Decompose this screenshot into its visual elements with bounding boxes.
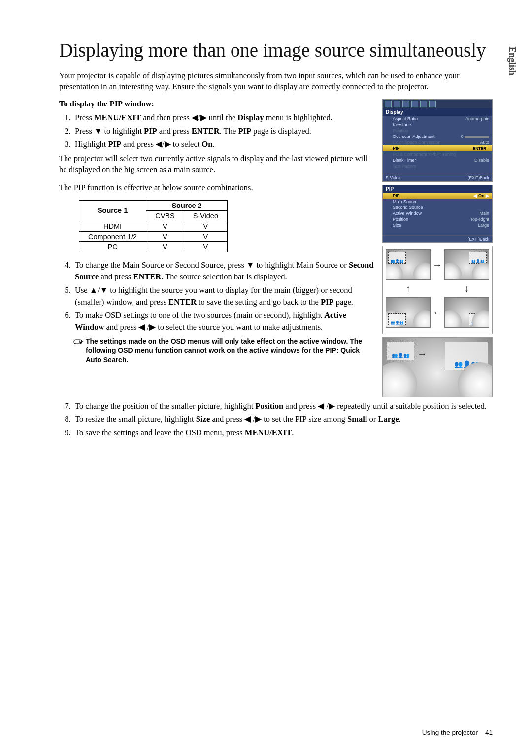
table-row: PC V V: [79, 241, 228, 252]
down-arrow-icon: ↓: [444, 283, 489, 294]
thumbnail: 👥👤👥: [444, 297, 489, 328]
steps-list-b: To change the Main Source or Second Sour…: [59, 259, 375, 333]
pip-large-box: 👥👤👥: [445, 342, 488, 370]
thumbnail: 👥👤👥: [386, 297, 431, 328]
step-5: Use ▲/▼ to highlight the source you want…: [73, 284, 375, 308]
tab-icon: [411, 101, 418, 107]
hand-point-icon: [73, 338, 84, 365]
osd-row: Aspect RatioAnamorphic: [383, 116, 492, 122]
slider-bar-icon: [465, 136, 489, 138]
intro-paragraph: Your projector is capable of displaying …: [59, 70, 493, 93]
table-row: HDMI V V: [79, 221, 228, 231]
osd-row: PositionTop-Right: [383, 216, 492, 222]
step-6: To make OSD settings to one of the two s…: [73, 309, 375, 333]
osd-footer: (EXIT)Back: [383, 235, 492, 242]
enter-badge: ENTER: [470, 146, 489, 151]
para-combinations: The PIP function is effective at below s…: [59, 182, 375, 193]
source-combination-table: Source 1 Source 2 CVBS S-Video HDMI V V …: [79, 200, 228, 252]
osd-row: SizeLarge: [383, 222, 492, 228]
osd-tab-icons: [383, 100, 492, 108]
note-text: The settings made on the OSD menus will …: [86, 337, 375, 365]
osd-row: Position: [383, 128, 492, 134]
pip-size-diagram: 👥👤👥 → 👥👤👥: [382, 337, 493, 397]
up-arrow-icon: ↑: [386, 283, 431, 294]
tab-icon: [420, 101, 427, 107]
steps-list-a: Press MENU/EXIT and then press ◀/▶ until…: [59, 112, 375, 150]
left-arrow-icon: ◀: [473, 193, 477, 198]
step-8: To resize the small picture, highlight S…: [73, 413, 493, 425]
right-arrow-icon: →: [432, 259, 442, 271]
step-3: Highlight PIP and press ◀/▶ to select On…: [73, 138, 375, 150]
osd-row: Blank TimerDisable: [383, 157, 492, 163]
tab-icon: [385, 101, 392, 107]
osd-row-highlighted: PIPENTER: [383, 145, 492, 151]
osd-row: Second Source: [383, 205, 492, 210]
pip-small-box: 👥👤👥: [387, 342, 414, 360]
people-icon: 👥👤👥: [471, 259, 485, 263]
osd-title: PIP: [383, 185, 492, 193]
osd-pip-menu: PIP PIP ◀ On ▶ Main Source Second Source…: [382, 185, 493, 243]
th-source2: Source 2: [146, 200, 228, 210]
step-2: Press ▼ to highlight PIP and press ENTER…: [73, 125, 375, 137]
osd-row: Color Space ConversionAuto: [383, 139, 492, 145]
osd-row: Keystone: [383, 122, 492, 128]
step-7: To change the position of the smaller pi…: [73, 400, 493, 412]
language-tab: English: [507, 47, 517, 75]
right-arrow-icon: ▶: [486, 193, 489, 198]
osd-footer: S-Video (EXIT)Back: [383, 174, 492, 181]
osd-row: Active WindowMain: [383, 210, 492, 216]
people-icon: 👥👤👥: [392, 353, 409, 358]
pip-position-diagram: 👥👤👥 → 👥👤👥 ↑ ↓ 👥👤👥 ← 👥👤👥: [382, 246, 493, 334]
page-number: 41: [485, 729, 493, 736]
left-arrow-icon: ←: [432, 307, 442, 318]
note-block: The settings made on the OSD menus will …: [73, 337, 375, 365]
th-source1: Source 1: [79, 200, 146, 221]
table-row: Component 1/2 V V: [79, 231, 228, 241]
footer-section-label: Using the projector: [422, 729, 478, 736]
steps-list-c: To change the position of the smaller pi…: [59, 400, 493, 439]
step-1: Press MENU/EXIT and then press ◀/▶ until…: [73, 112, 375, 124]
osd-display-menu: Display Aspect RatioAnamorphic Keystone …: [382, 99, 493, 182]
background-image: 👥👤👥 → 👥👤👥: [383, 338, 492, 397]
subhead: To display the PIP window:: [59, 99, 375, 109]
th-svideo: S-Video: [184, 210, 227, 221]
th-cvbs: CVBS: [146, 210, 184, 221]
osd-row: PC & Component YPbPr Tuning: [383, 151, 492, 157]
page-title: Displaying more than one image source si…: [59, 39, 493, 62]
thumbnail: 👥👤👥: [386, 249, 431, 280]
people-icon: 👥👤👥: [454, 361, 479, 368]
people-icon: 👥👤👥: [391, 259, 404, 263]
tab-icon: [394, 101, 400, 107]
osd-row: Main Source: [383, 199, 492, 205]
step-4: To change the Main Source or Second Sour…: [73, 259, 375, 283]
page-footer: Using the projector 41: [422, 729, 493, 736]
osd-row-highlighted: PIP ◀ On ▶: [383, 193, 492, 199]
osd-row: Overscan Adjustment0: [383, 134, 492, 139]
tab-icon: [402, 101, 409, 107]
osd-row: Test Pattern: [383, 163, 492, 169]
thumbnail: 👥👤👥: [444, 249, 489, 280]
step-9: To save the settings and leave the OSD m…: [73, 427, 493, 439]
osd-title: Display: [383, 108, 492, 116]
para-active-signals: The projector will select two currently …: [59, 153, 375, 175]
right-arrow-icon: →: [417, 348, 427, 360]
people-icon: 👥👤👥: [471, 321, 485, 325]
people-icon: 👥👤👥: [391, 321, 404, 325]
tab-icon: [429, 101, 436, 107]
